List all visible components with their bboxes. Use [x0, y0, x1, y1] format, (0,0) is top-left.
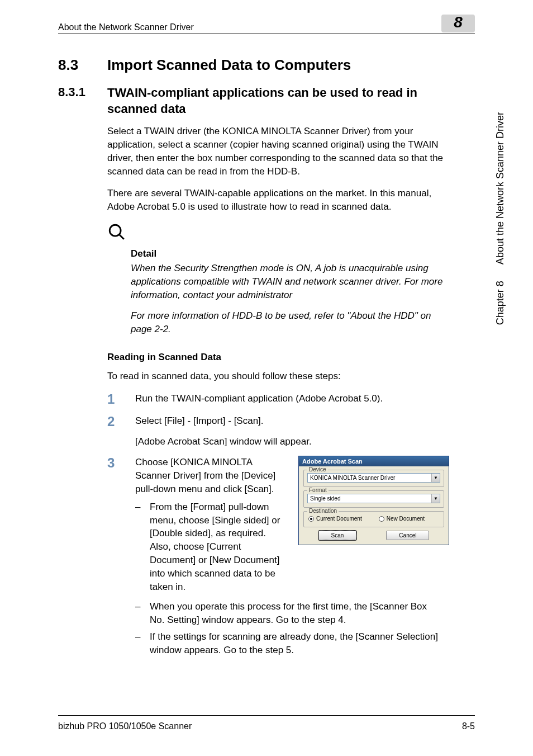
device-fieldset: Device KONICA MINOLTA Scanner Driver ▼: [303, 470, 444, 487]
step-3-dash-2-text: When you operate this process for the fi…: [150, 600, 444, 627]
svg-line-1: [119, 234, 124, 239]
dash: –: [135, 500, 150, 594]
detail-text-1: When the Security Strengthen mode is ON,…: [131, 262, 449, 301]
chevron-down-icon: ▼: [431, 494, 440, 503]
dash: –: [135, 600, 150, 627]
radio-icon: [308, 516, 314, 522]
footer-rule: [58, 715, 475, 716]
scan-button[interactable]: Scan: [318, 531, 357, 540]
device-dropdown[interactable]: KONICA MINOLTA Scanner Driver ▼: [307, 473, 440, 483]
radio-icon: [379, 516, 384, 522]
step-3-text: Choose [KONICA MINOLTA Scanner Driver] f…: [135, 456, 287, 495]
section-title: Import Scanned Data to Computers: [107, 56, 351, 74]
subsection-heading: 8.3.1 TWAIN-compliant applications can b…: [58, 85, 449, 117]
format-dropdown[interactable]: Single sided ▼: [307, 494, 440, 503]
radio-current-label: Current Document: [316, 516, 362, 522]
step-2-text: Select [File] - [Import] - [Scan].: [135, 414, 449, 429]
step-2: 2 Select [File] - [Import] - [Scan].: [107, 414, 449, 429]
paragraph-1: Select a TWAIN driver (the KONICA MINOLT…: [107, 125, 449, 178]
chapter-number-box: 8: [441, 15, 475, 32]
side-chapter-label: Chapter 8: [494, 281, 506, 325]
step-2-sub: [Adobe Acrobat Scan] window will appear.: [135, 435, 449, 448]
side-text: Chapter 8 About the Network Scanner Driv…: [494, 112, 506, 325]
format-dropdown-value: Single sided: [308, 495, 431, 502]
step-3-dash-3-text: If the settings for scanning are already…: [150, 630, 444, 657]
step-3-dash-1: – From the [Format] pull-down menu, choo…: [135, 500, 287, 594]
radio-new-document[interactable]: New Document: [379, 516, 425, 522]
section-number: 8.3: [58, 56, 107, 74]
page-header: About the Network Scanner Driver 8: [0, 0, 533, 32]
radio-new-label: New Document: [387, 516, 425, 522]
destination-legend: Destination: [307, 508, 339, 514]
dash: –: [135, 630, 150, 657]
chevron-down-icon: ▼: [431, 474, 440, 482]
radio-current-document[interactable]: Current Document: [308, 516, 362, 522]
device-legend: Device: [307, 466, 328, 472]
device-dropdown-value: KONICA MINOLTA Scanner Driver: [308, 475, 431, 481]
format-fieldset: Format Single sided ▼: [303, 490, 444, 508]
scan-window-body: Device KONICA MINOLTA Scanner Driver ▼ F…: [299, 466, 449, 545]
reading-intro: To read in scanned data, you should foll…: [107, 370, 449, 383]
header-left-title: About the Network Scanner Driver: [58, 22, 194, 32]
detail-heading: Detail: [131, 248, 449, 259]
reading-heading: Reading in Scanned Data: [107, 352, 449, 363]
detail-text-2: For more information of HDD-B to be used…: [131, 309, 449, 336]
subsection-number: 8.3.1: [58, 85, 107, 117]
subsection-title: TWAIN-compliant applications can be used…: [107, 85, 449, 117]
step-2-number: 2: [107, 414, 135, 429]
section-heading: 8.3 Import Scanned Data to Computers: [58, 56, 449, 74]
acrobat-scan-window: Adobe Acrobat Scan Device KONICA MINOLTA…: [298, 456, 449, 545]
destination-fieldset: Destination Current Document New Documen…: [303, 511, 444, 527]
step-3-text-col: 3 Choose [KONICA MINOLTA Scanner Driver]…: [107, 456, 287, 593]
chapter-number: 8: [454, 13, 463, 31]
footer-left: bizhub PRO 1050/1050e Scanner: [58, 721, 192, 731]
step-3-dash-3: – If the settings for scanning are alrea…: [135, 630, 449, 657]
format-legend: Format: [307, 487, 329, 493]
step-3-dash-1-text: From the [Format] pull-down menu, choose…: [150, 500, 287, 594]
paragraph-2: There are several TWAIN-capable applicat…: [107, 187, 449, 214]
page-footer: bizhub PRO 1050/1050e Scanner 8-5: [58, 721, 475, 731]
step-3: 3 Choose [KONICA MINOLTA Scanner Driver]…: [107, 456, 449, 593]
cancel-button[interactable]: Cancel: [386, 531, 429, 540]
step-1-number: 1: [107, 392, 135, 407]
scan-window-title: Adobe Acrobat Scan: [299, 456, 449, 466]
step-1-text: Run the TWAIN-compliant application (Ado…: [135, 392, 449, 407]
magnifier-icon: [107, 223, 449, 244]
content: 8.3 Import Scanned Data to Computers 8.3…: [0, 34, 533, 656]
svg-point-0: [110, 225, 121, 236]
step-1: 1 Run the TWAIN-compliant application (A…: [107, 392, 449, 407]
step-3-dash-2: – When you operate this process for the …: [135, 600, 449, 627]
footer-page-number: 8-5: [462, 721, 475, 731]
side-chapter-title: About the Network Scanner Driver: [494, 112, 506, 264]
step-3-number: 3: [107, 456, 135, 495]
